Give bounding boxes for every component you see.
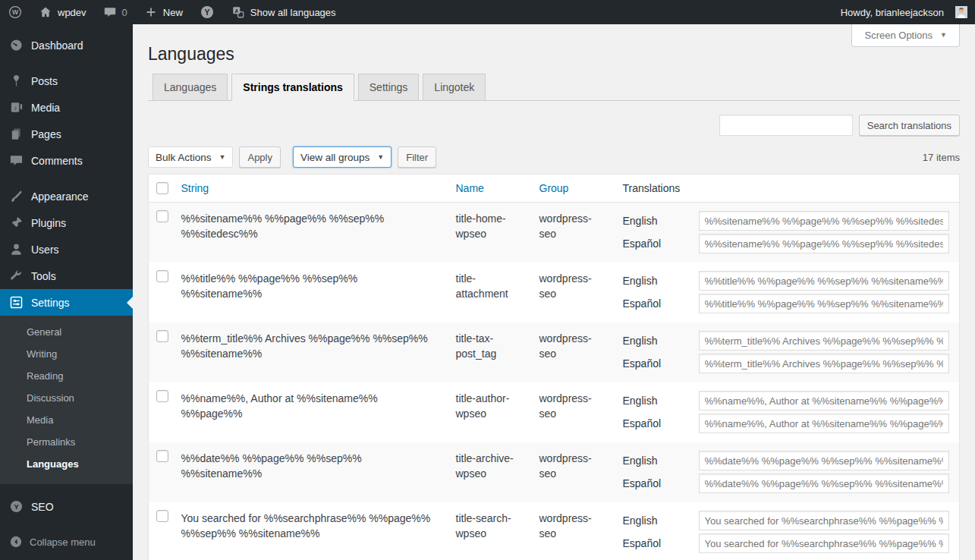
bulk-actions-select[interactable]: Bulk Actions ▼ xyxy=(148,146,233,168)
submenu-item-general[interactable]: General xyxy=(0,321,133,343)
row-checkbox[interactable] xyxy=(156,330,168,342)
chevron-down-icon: ▼ xyxy=(219,154,226,161)
language-label: Español xyxy=(623,356,699,371)
translation-row: Español xyxy=(623,294,952,313)
tab-lingotek[interactable]: Lingotek xyxy=(423,74,486,101)
translation-row: English xyxy=(623,271,952,291)
table-body: %%sitename%% %%page%% %%sep%% %%sitedesc… xyxy=(149,203,960,560)
strings-translations-table: String Name Group Translations %%sitenam… xyxy=(148,174,960,560)
tab-strings-translations[interactable]: Strings translations xyxy=(231,74,354,101)
page-title: Languages xyxy=(148,24,960,74)
language-label: English xyxy=(623,333,699,348)
row-translations: EnglishEspañol xyxy=(615,322,960,382)
search-translations-button[interactable]: Search translations xyxy=(859,115,960,136)
submenu-item-writing[interactable]: Writing xyxy=(0,343,133,365)
translation-input[interactable] xyxy=(699,473,949,493)
row-checkbox[interactable] xyxy=(156,210,168,222)
apply-button[interactable]: Apply xyxy=(239,146,281,168)
row-checkbox[interactable] xyxy=(156,390,168,402)
translation-input[interactable] xyxy=(699,391,949,411)
language-label: English xyxy=(623,393,699,408)
comment-icon xyxy=(9,153,24,168)
translation-input[interactable] xyxy=(699,511,949,530)
row-group: wordpress-seo xyxy=(532,502,615,560)
translation-input[interactable] xyxy=(699,271,949,291)
group-filter-select[interactable]: View all groups ▼ xyxy=(293,146,392,168)
wp-logo-menu[interactable] xyxy=(0,0,30,24)
submenu-item-permalinks[interactable]: Permalinks xyxy=(0,431,133,453)
yoast-menu[interactable] xyxy=(191,0,223,24)
row-name: title-search-wpseo xyxy=(448,502,532,560)
sidebar-item-media[interactable]: Media xyxy=(0,94,133,121)
sidebar-item-plugins[interactable]: Plugins xyxy=(0,209,133,236)
translation-row: English xyxy=(623,331,952,351)
row-translations: EnglishEspañol xyxy=(615,203,960,263)
comments-menu[interactable]: 0 xyxy=(95,0,136,24)
row-checkbox[interactable] xyxy=(156,270,168,282)
home-icon xyxy=(39,5,52,19)
table-row: %%title%% %%page%% %%sep%% %%sitename%% … xyxy=(149,263,960,322)
translation-input[interactable] xyxy=(699,451,949,470)
translation-input[interactable] xyxy=(699,533,949,553)
sidebar-item-appearance[interactable]: Appearance xyxy=(0,183,133,209)
sidebar-item-seo[interactable]: SEO xyxy=(0,493,133,520)
plugins-icon xyxy=(9,216,24,230)
row-string: %%name%%, Author at %%sitename%% %%page%… xyxy=(174,382,448,442)
dashboard-icon xyxy=(9,38,24,52)
new-content-menu[interactable]: New xyxy=(136,0,191,24)
sidebar-item-pages[interactable]: Pages xyxy=(0,121,133,147)
wp-logo-icon xyxy=(8,5,22,19)
translation-input[interactable] xyxy=(699,211,949,231)
translation-row: Español xyxy=(623,473,952,493)
site-name-menu[interactable]: wpdev xyxy=(30,0,95,24)
sidebar-item-label: Plugins xyxy=(31,217,66,229)
collapse-menu-button[interactable]: Collapse menu xyxy=(0,530,133,554)
translation-row: Español xyxy=(623,414,952,433)
translation-input[interactable] xyxy=(699,414,949,433)
language-label: Español xyxy=(623,536,699,551)
search-row: Search translations xyxy=(148,115,960,136)
row-checkbox[interactable] xyxy=(156,450,168,462)
language-label: Español xyxy=(623,236,699,251)
tab-settings[interactable]: Settings xyxy=(358,74,420,101)
account-menu[interactable]: Howdy, brianleejackson xyxy=(832,0,967,24)
sidebar-item-dashboard[interactable]: Dashboard xyxy=(0,32,133,58)
tab-languages[interactable]: Languages xyxy=(153,74,228,101)
sidebar-item-settings[interactable]: Settings xyxy=(0,289,133,316)
show-all-languages-menu[interactable]: Show all languages xyxy=(223,0,344,24)
search-input[interactable] xyxy=(719,115,853,136)
table-row: %%sitename%% %%page%% %%sep%% %%sitedesc… xyxy=(149,203,960,263)
translation-row: English xyxy=(623,211,952,231)
submenu-item-discussion[interactable]: Discussion xyxy=(0,387,133,409)
sidebar-item-comments[interactable]: Comments xyxy=(0,147,133,174)
column-header-group[interactable]: Group xyxy=(532,175,615,203)
sidebar-item-posts[interactable]: Posts xyxy=(0,68,133,94)
items-count: 17 items xyxy=(923,152,960,163)
translation-input[interactable] xyxy=(699,294,949,313)
filter-button[interactable]: Filter xyxy=(398,146,436,168)
row-checkbox[interactable] xyxy=(156,510,168,522)
column-header-name[interactable]: Name xyxy=(448,175,532,203)
sidebar-item-tools[interactable]: Tools xyxy=(0,263,133,289)
screen-options-button[interactable]: Screen Options ▼ xyxy=(851,24,960,47)
select-all-checkbox[interactable] xyxy=(156,182,168,194)
translation-row: English xyxy=(623,391,952,411)
main-content: Screen Options ▼ Languages LanguagesStri… xyxy=(133,0,975,560)
submenu-item-languages[interactable]: Languages xyxy=(0,453,133,475)
settings-icon xyxy=(9,295,24,310)
row-name: title-home-wpseo xyxy=(448,203,532,263)
row-name: title-archive-wpseo xyxy=(448,442,532,502)
translation-input[interactable] xyxy=(699,331,949,351)
sidebar-item-label: SEO xyxy=(31,501,54,513)
submenu-item-reading[interactable]: Reading xyxy=(0,365,133,387)
table-row: You searched for %%searchphrase%% %%page… xyxy=(149,502,960,560)
sidebar-item-users[interactable]: Users xyxy=(0,236,133,263)
column-header-string[interactable]: String xyxy=(174,175,448,203)
translation-input[interactable] xyxy=(699,354,949,373)
row-string: %%title%% %%page%% %%sep%% %%sitename%% xyxy=(174,263,448,322)
column-header-translations: Translations xyxy=(615,175,960,203)
submenu-item-media[interactable]: Media xyxy=(0,409,133,431)
media-icon xyxy=(9,100,24,115)
translation-row: Español xyxy=(623,533,952,553)
translation-input[interactable] xyxy=(699,234,949,253)
